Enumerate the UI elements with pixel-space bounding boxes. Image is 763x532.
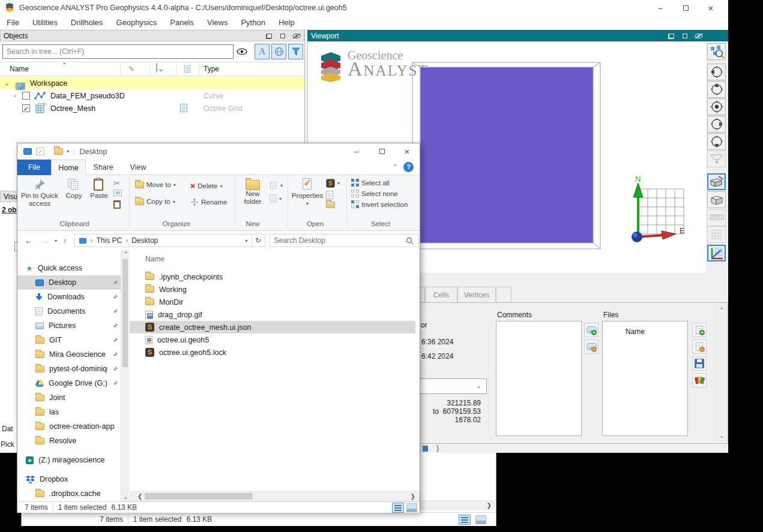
qat-folder-icon[interactable] [54,148,63,155]
view-center-button[interactable] [707,98,726,115]
refresh-button[interactable]: ↻ [252,234,265,247]
sidebar-item-dropbox[interactable]: Dropbox [17,472,121,486]
file-row-json-selected[interactable]: create_octree_mesh.ui.json [130,321,415,333]
perspective-view-button[interactable] [707,173,726,190]
thumbnails-view-icon[interactable] [475,515,486,524]
sidebar-item-pytest[interactable]: pytest-of-dominiqu [17,362,121,376]
scroll-right-icon[interactable]: ❯ [411,494,415,500]
sidebar-item-documents[interactable]: Documents [17,304,121,318]
new-folder-button[interactable]: New folder [238,178,267,206]
comment-column-icon[interactable] [156,64,157,72]
menu-python[interactable]: Python [234,18,271,27]
breadcrumb-this-pc[interactable]: This PC [97,236,122,245]
sidebar-item-las[interactable]: las [17,405,121,419]
invert-selection-button[interactable]: Invert selection [351,200,408,208]
clip-view-button[interactable] [707,151,726,167]
tab-file[interactable]: File [17,160,51,175]
copy-path-button[interactable]: W [113,190,122,196]
view-north-button[interactable] [707,81,726,98]
scroll-down-icon[interactable]: ⌄ [123,494,128,500]
scrollbar-thumb[interactable] [145,493,253,500]
scroll-right-icon[interactable]: ❯ [487,503,492,509]
float-panel-icon[interactable] [666,32,676,40]
search-box[interactable] [269,234,419,247]
minimize-button[interactable]: – [344,143,369,159]
hide-panel-icon[interactable] [292,32,301,40]
float-panel-icon[interactable] [264,32,274,40]
scroll-up-icon[interactable]: ⌃ [123,251,128,257]
visibility-checkbox-unchecked[interactable] [22,92,30,100]
copy-button[interactable]: Copy [62,178,86,200]
menu-drillholes[interactable]: Drillholes [64,18,109,27]
remove-comment-button[interactable]: − [584,339,599,354]
files-box[interactable]: Name [602,321,688,436]
tab-home[interactable]: Home [51,160,86,175]
tab-cells[interactable]: Cells [425,287,457,303]
sidebar-item-network-drive[interactable]: ∗(Z:) mirageoscience [17,453,121,467]
view-west-button[interactable] [707,64,726,80]
cut-button[interactable]: ✂ [113,179,120,188]
move-to-button[interactable]: Move to▾ [135,181,176,188]
close-button[interactable]: × [698,0,723,16]
file-row-geoh5[interactable]: octree.ui.geoh5 [130,333,415,346]
close-button[interactable]: × [394,143,420,159]
sidebar-item-pictures[interactable]: Pictures [17,318,121,333]
scroll-up-icon[interactable]: ⌃ [719,307,724,313]
edit-button[interactable] [326,191,333,199]
menu-geophysics[interactable]: Geophysics [109,18,163,27]
maximize-button[interactable] [673,0,698,16]
recent-locations-icon[interactable]: ▾ [55,238,57,244]
sidebar-item-dropbox-cache[interactable]: .dropbox.cache [17,486,121,501]
menu-file[interactable]: File [0,18,26,27]
comments-box[interactable] [496,321,582,436]
tree-row-octree-mesh[interactable]: ✓ Octree_Mesh Octree Grid [0,102,304,115]
horizontal-scrollbar[interactable]: ❯ [420,500,495,510]
sidebar-item-joint[interactable]: Joint [17,390,121,405]
tree-row-workspace[interactable]: ⌄ Workspace [0,77,304,89]
paste-button[interactable]: Paste [87,178,111,200]
export-file-button[interactable] [692,373,707,387]
label-tool-button[interactable]: A [255,44,270,59]
menu-help[interactable]: Help [272,18,301,27]
file-row-working[interactable]: Working [130,283,415,296]
qat-dropdown-icon[interactable]: ▾ [67,149,69,154]
details-view-icon[interactable] [392,503,404,513]
file-row-mondir[interactable]: MonDir [130,296,415,308]
sidebar-item-desktop[interactable]: Desktop [17,275,121,290]
tree-row-data-fem[interactable]: › Data_FEM_pseudo3D Curve [0,89,304,102]
forward-icon[interactable]: → [41,236,49,245]
menu-views[interactable]: Views [201,18,234,27]
thumbnails-view-icon[interactable] [406,503,417,512]
view-south-button[interactable] [707,133,726,150]
select-none-button[interactable]: Select none [351,190,398,197]
file-list-horizontal-scrollbar[interactable]: ❮ ❯ [130,491,420,501]
back-icon[interactable]: ← [25,236,32,245]
filter-tool-button[interactable] [288,44,303,59]
sidebar-item-git[interactable]: GIT [17,333,121,347]
minimize-button[interactable]: – [648,0,673,16]
sidebar-item-downloads[interactable]: Downloads [17,290,121,304]
scroll-down-icon[interactable]: ⌄ [719,433,724,439]
breadcrumb-desktop[interactable]: Desktop [131,236,158,245]
panel-scrollbar[interactable]: ⌃ ⌄ [716,305,726,441]
hide-panel-icon[interactable] [694,32,704,40]
maximize-button[interactable] [369,143,394,159]
add-comment-button[interactable]: + [584,323,599,337]
scrollbar-thumb[interactable] [122,259,128,367]
collapse-ribbon-icon[interactable]: ⌃ [393,163,398,171]
new-item-button[interactable]: ▾ [270,194,282,203]
up-icon[interactable]: ↑ [63,236,67,245]
search-input[interactable] [274,236,406,245]
sidebar-item-google-drive[interactable]: Google Drive (G:) [17,376,121,390]
details-view-icon[interactable] [459,515,471,525]
file-row-gif[interactable]: drag_drop.gif [130,308,415,321]
tab-stub[interactable] [496,287,511,303]
file-column-icon[interactable] [184,65,191,75]
rename-button[interactable]: Rename [190,198,227,206]
file-row-ipynb[interactable]: .ipynb_checkpoints [130,270,415,283]
pin-to-quick-access-button[interactable]: Pin to Quick access [21,178,58,208]
visibility-eye-icon[interactable] [237,47,247,58]
remove-file-button[interactable]: − [692,339,707,354]
view-east-button[interactable] [707,116,726,133]
menu-panels[interactable]: Panels [163,18,201,27]
